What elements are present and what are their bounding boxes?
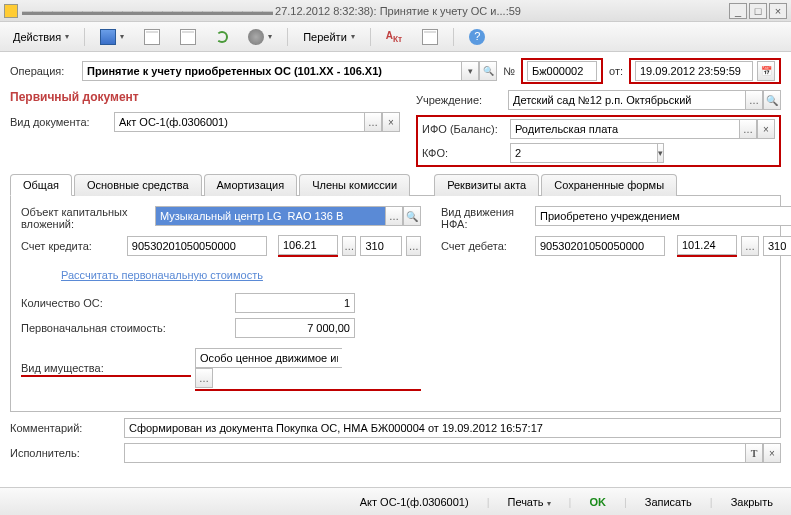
- close-form-button[interactable]: Закрыть: [723, 493, 781, 511]
- ifo-pick[interactable]: [739, 119, 757, 139]
- act-button[interactable]: Акт ОС-1(ф.0306001): [352, 493, 477, 511]
- exec-clear[interactable]: [763, 443, 781, 463]
- exec-t-button[interactable]: T: [745, 443, 763, 463]
- maximize-button[interactable]: □: [749, 3, 767, 19]
- tab-komiss[interactable]: Члены комиссии: [299, 174, 410, 196]
- operation-dropdown[interactable]: ▾: [461, 61, 479, 81]
- institution-pick[interactable]: [745, 90, 763, 110]
- debit-code[interactable]: [677, 235, 737, 255]
- gear-button[interactable]: ▾: [241, 25, 279, 49]
- close-button[interactable]: ×: [769, 3, 787, 19]
- kfo-input[interactable]: [510, 143, 657, 163]
- credit-acct[interactable]: [127, 236, 267, 256]
- operation-search[interactable]: 🔍: [479, 61, 497, 81]
- ifo-clear[interactable]: [757, 119, 775, 139]
- save-button[interactable]: ▾: [93, 25, 131, 49]
- prop-input[interactable]: [195, 348, 342, 368]
- debit-code-pick[interactable]: [741, 236, 759, 256]
- obj-input[interactable]: [155, 206, 385, 226]
- credit-code[interactable]: [278, 235, 338, 255]
- date-label: от:: [609, 65, 623, 77]
- write-button[interactable]: Записать: [637, 493, 700, 511]
- tab-amort[interactable]: Амортизация: [204, 174, 298, 196]
- credit-extra-pick[interactable]: [406, 236, 421, 256]
- ifo-label: ИФО (Баланс):: [422, 123, 506, 135]
- credit-extra[interactable]: [360, 236, 402, 256]
- ifo-kfo-frame: ИФО (Баланс): КФО:: [416, 115, 781, 167]
- obj-search[interactable]: [403, 206, 421, 226]
- number-input[interactable]: [527, 61, 597, 81]
- operation-select[interactable]: [82, 61, 461, 81]
- refresh-button[interactable]: [209, 27, 235, 47]
- mov-label: Вид движения НФА:: [441, 206, 531, 230]
- primary-doc-title: Первичный документ: [10, 90, 400, 104]
- debit-acct[interactable]: [535, 236, 665, 256]
- obj-label: Объект капитальных вложений:: [21, 206, 151, 230]
- tab-saved[interactable]: Сохраненные формы: [541, 174, 677, 196]
- window-title: ▬▬▬▬▬▬▬▬▬▬▬▬▬▬▬▬▬▬▬▬▬▬▬▬▬ 27.12.2012 8:3…: [22, 5, 729, 17]
- cost-input[interactable]: [235, 318, 355, 338]
- operation-row: Операция: ▾ 🔍 № от: 📅: [10, 58, 781, 84]
- ok-button[interactable]: OK: [581, 493, 614, 511]
- exec-input[interactable]: [124, 443, 745, 463]
- number-label: №: [503, 65, 515, 77]
- ifo-input[interactable]: [510, 119, 739, 139]
- qty-label: Количество ОС:: [21, 297, 231, 309]
- goto-menu[interactable]: Перейти▾: [296, 27, 362, 47]
- ak-button[interactable]: АКт: [379, 26, 409, 48]
- app-icon: [4, 4, 18, 18]
- date-picker-button[interactable]: 📅: [757, 61, 775, 81]
- tab-general[interactable]: Общая: [10, 174, 72, 196]
- credit-label: Счет кредита:: [21, 240, 123, 252]
- kfo-label: КФО:: [422, 147, 506, 159]
- doc-type-input[interactable]: [114, 112, 364, 132]
- obj-pick[interactable]: [385, 206, 403, 226]
- minimize-button[interactable]: _: [729, 3, 747, 19]
- tab-os[interactable]: Основные средства: [74, 174, 202, 196]
- date-input[interactable]: [635, 61, 753, 81]
- debit-extra[interactable]: [763, 236, 791, 256]
- exec-label: Исполнитель:: [10, 447, 120, 459]
- mov-input[interactable]: [535, 206, 791, 226]
- prop-pick[interactable]: [195, 368, 213, 388]
- help-button[interactable]: ?: [462, 25, 492, 49]
- form-button[interactable]: [415, 25, 445, 49]
- doc2-button[interactable]: [173, 25, 203, 49]
- comment-label: Комментарий:: [10, 422, 120, 434]
- credit-code-pick[interactable]: [342, 236, 357, 256]
- institution-label: Учреждение:: [416, 94, 504, 106]
- cost-label: Первоначальная стоимость:: [21, 322, 231, 334]
- doc1-button[interactable]: [137, 25, 167, 49]
- tab-body-general: Объект капитальных вложений: Счет кредит…: [10, 196, 781, 412]
- actions-menu[interactable]: Действия▾: [6, 27, 76, 47]
- number-frame: [521, 58, 603, 84]
- print-button[interactable]: Печать▾: [499, 493, 558, 511]
- debit-label: Счет дебета:: [441, 240, 531, 252]
- calc-link[interactable]: Рассчитать первоначальную стоимость: [61, 269, 263, 281]
- prop-label: Вид имущества:: [21, 362, 191, 377]
- tab-rekv[interactable]: Реквизиты акта: [434, 174, 539, 196]
- comment-input[interactable]: [124, 418, 781, 438]
- toolbar: Действия▾ ▾ ▾ Перейти▾ АКт ?: [0, 22, 791, 52]
- date-frame: 📅: [629, 58, 781, 84]
- kfo-drop[interactable]: [657, 143, 664, 163]
- statusbar: Акт ОС-1(ф.0306001) | Печать▾ | OK | Зап…: [0, 487, 791, 515]
- doc-type-clear[interactable]: [382, 112, 400, 132]
- qty-input[interactable]: [235, 293, 355, 313]
- operation-label: Операция:: [10, 65, 76, 77]
- doc-type-pick[interactable]: [364, 112, 382, 132]
- tabs: Общая Основные средства Амортизация Член…: [10, 173, 781, 196]
- institution-search[interactable]: [763, 90, 781, 110]
- institution-input[interactable]: [508, 90, 745, 110]
- window-titlebar: ▬▬▬▬▬▬▬▬▬▬▬▬▬▬▬▬▬▬▬▬▬▬▬▬▬ 27.12.2012 8:3…: [0, 0, 791, 22]
- doc-type-label: Вид документа:: [10, 116, 110, 128]
